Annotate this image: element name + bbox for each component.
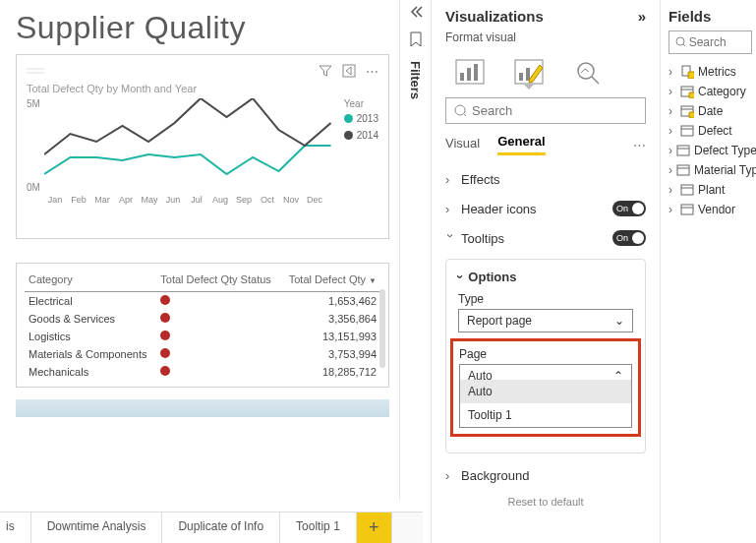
pane-title: Visualizations: [445, 8, 544, 25]
chevron-right-icon: ›: [669, 144, 672, 157]
field-table-category[interactable]: ›Category: [669, 82, 752, 101]
page-label: Page: [459, 347, 632, 361]
expand-pane-icon[interactable]: »: [638, 8, 646, 25]
svg-point-14: [676, 37, 684, 45]
row-tooltips[interactable]: ›TooltipsOn: [445, 223, 646, 253]
options-card: ›Options Type Report page⌄ Page Auto⌃ Au…: [445, 259, 646, 453]
tab-truncated[interactable]: is: [0, 513, 31, 543]
type-label: Type: [458, 292, 633, 306]
status-dot-icon: [160, 295, 170, 305]
svg-rect-8: [519, 73, 523, 81]
tab-downtime-analysis[interactable]: Downtime Analysis: [31, 513, 163, 543]
svg-rect-20: [689, 92, 694, 98]
visualizations-pane: Visualizations» Format visual Visual Gen…: [431, 0, 661, 543]
filter-icon[interactable]: [319, 64, 332, 78]
table-row[interactable]: Electrical1,653,462: [25, 292, 380, 311]
type-dropdown[interactable]: Report page⌄: [458, 309, 633, 332]
chevron-down-icon: ›: [443, 233, 458, 243]
table-row[interactable]: Goods & Services3,356,864: [25, 310, 380, 328]
svg-line-13: [464, 114, 466, 117]
row-background[interactable]: ›Background: [445, 461, 646, 490]
tab-duplicate-of-info[interactable]: Duplicate of Info: [162, 513, 280, 543]
chevron-right-icon: ›: [669, 203, 676, 216]
analytics-icon[interactable]: [569, 56, 607, 88]
chevron-right-icon: ›: [669, 65, 676, 79]
table-icon: [680, 104, 694, 118]
svg-rect-28: [677, 165, 689, 175]
report-canvas: Supplier Quality ⋯ Total Defect Qty by M…: [0, 0, 397, 500]
row-effects[interactable]: ›Effects: [445, 165, 646, 194]
svg-rect-26: [677, 146, 689, 155]
reset-to-default[interactable]: Reset to default: [445, 490, 646, 513]
table-icon: [680, 85, 694, 98]
more-options-icon[interactable]: ⋯: [366, 64, 378, 79]
legend-item[interactable]: 2014: [344, 130, 378, 141]
svg-rect-30: [681, 185, 693, 195]
add-page-button[interactable]: +: [357, 513, 392, 543]
table-row[interactable]: Logistics13,151,993: [25, 328, 380, 345]
svg-rect-4: [460, 73, 464, 81]
pane-subtitle: Format visual: [445, 30, 646, 44]
table-row[interactable]: Mechanicals18,285,712: [25, 363, 380, 381]
line-chart-visual[interactable]: ⋯ Total Defect Qty by Month and Year 5M …: [16, 54, 389, 239]
table-icon: [676, 144, 690, 157]
filters-label: Filters: [408, 61, 423, 99]
field-table-plant[interactable]: ›Plant: [669, 180, 752, 200]
drag-handle-icon[interactable]: [27, 68, 309, 74]
scrollbar[interactable]: [379, 289, 385, 368]
status-dot-icon: [160, 331, 170, 340]
col-status[interactable]: Total Defect Qty Status: [156, 268, 280, 292]
focus-mode-icon[interactable]: [342, 64, 356, 78]
chevron-right-icon: ›: [669, 124, 676, 138]
col-qty[interactable]: Total Defect Qty ▼: [280, 268, 380, 292]
field-table-metrics[interactable]: ›Metrics: [669, 62, 752, 82]
svg-point-12: [455, 105, 465, 115]
chevron-right-icon: ›: [669, 85, 676, 98]
expand-icon[interactable]: [409, 6, 423, 18]
bookmark-icon[interactable]: [408, 31, 424, 47]
fields-title: Fields: [669, 8, 711, 25]
chart-subtitle: Total Defect Qty by Month and Year: [27, 83, 378, 94]
format-search[interactable]: [445, 97, 646, 124]
format-search-input[interactable]: [472, 103, 637, 118]
filters-pane-collapsed[interactable]: Filters: [399, 0, 431, 500]
svg-rect-2: [343, 65, 355, 77]
chevron-right-icon: ›: [669, 183, 676, 197]
toggle-header-icons[interactable]: On: [612, 201, 646, 216]
more-icon[interactable]: ⋯: [633, 138, 646, 152]
field-table-defect[interactable]: ›Defect: [669, 121, 752, 141]
build-visual-icon[interactable]: [451, 56, 489, 88]
field-table-vendor[interactable]: ›Vendor: [669, 200, 752, 219]
svg-rect-9: [526, 68, 530, 81]
field-table-material-type[interactable]: ›Material Type: [669, 160, 752, 180]
map-visual[interactable]: [16, 399, 389, 417]
chevron-down-icon[interactable]: ›: [453, 274, 468, 278]
chart-y-axis: 5M 0M: [27, 98, 40, 193]
tab-tooltip-1[interactable]: Tooltip 1: [280, 513, 357, 543]
field-table-date[interactable]: ›Date: [669, 101, 752, 121]
table-row[interactable]: Materials & Components3,753,994: [25, 345, 380, 363]
fields-search-input[interactable]: [689, 35, 745, 49]
svg-rect-6: [474, 64, 478, 81]
format-visual-icon[interactable]: [510, 56, 548, 88]
fields-search[interactable]: [669, 30, 752, 54]
dropdown-option-tooltip1[interactable]: Tooltip 1: [460, 403, 631, 427]
svg-rect-32: [681, 205, 693, 214]
table-icon: [680, 124, 694, 138]
legend-item[interactable]: 2013: [344, 113, 378, 124]
row-header-icons[interactable]: ›Header iconsOn: [445, 194, 646, 223]
tab-visual[interactable]: Visual: [445, 136, 480, 154]
toggle-tooltips[interactable]: On: [612, 230, 646, 246]
dropdown-option-auto[interactable]: Auto: [460, 380, 631, 403]
svg-point-10: [578, 63, 594, 79]
col-category[interactable]: Category: [25, 268, 156, 292]
field-table-defect-type[interactable]: ›Defect Type: [669, 141, 752, 160]
svg-rect-5: [467, 68, 471, 81]
chevron-up-icon: ⌃: [613, 369, 623, 383]
tab-general[interactable]: General: [497, 134, 545, 155]
page-tabs: is Downtime Analysis Duplicate of Info T…: [0, 512, 423, 543]
line-chart-plot: [44, 98, 336, 193]
fields-pane: Fields ›Metrics ›Category ›Date ›Defect …: [661, 0, 756, 543]
chevron-down-icon: ⌄: [614, 314, 624, 328]
table-visual[interactable]: Category Total Defect Qty Status Total D…: [16, 263, 389, 388]
